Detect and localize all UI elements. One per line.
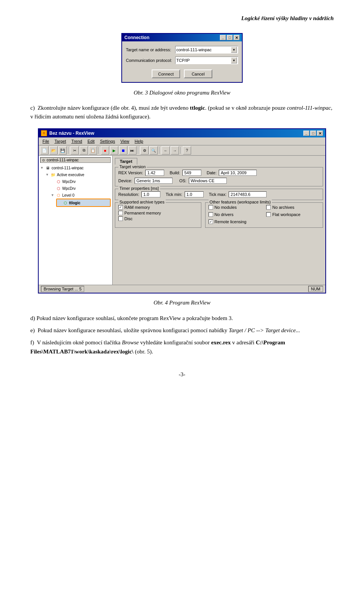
protocol-combo-arrow[interactable]: ▼ [231, 57, 237, 63]
target-combobox[interactable]: control-111-winpac ▼ [175, 46, 238, 54]
menu-trend[interactable]: Trend [69, 138, 84, 144]
status-left: Browsing Target ... 5 [41, 286, 84, 292]
flat-workspace-checkbox[interactable] [266, 212, 271, 217]
protocol-field-row: Communication protocol: TCP/IP ▼ [126, 57, 238, 64]
target-combo-arrow[interactable]: ▼ [231, 47, 237, 53]
permanent-memory-item: Permanent memory [118, 211, 198, 215]
expand-active: ▼ [46, 173, 50, 177]
tick-min-label: Tick min: [166, 192, 182, 197]
maximize-button[interactable]: □ [227, 35, 233, 40]
tree-node-wpcdrv2[interactable]: ⬡ WpcDrv [51, 185, 111, 192]
wpcdrv1-label: WpcDrv [62, 180, 76, 184]
para-e-label: e) Pokud název konfigurace nesouhlasí, u… [30, 327, 300, 333]
ram-memory-item: ✓ RAM memory [118, 205, 198, 210]
no-archives-checkbox[interactable] [266, 205, 271, 210]
protocol-value: TCP/IP [176, 58, 190, 63]
date-label: Date: [207, 170, 217, 175]
level0-icon: ⬡ [55, 192, 61, 198]
rexview-minimize-button[interactable]: _ [303, 131, 309, 136]
device-row: Device: Generic 1ms OS: Windows CE [118, 178, 320, 184]
timer-group-title: Timer properties [ms] [118, 186, 160, 191]
toolbar-btn6[interactable]: ▶ [110, 146, 118, 155]
para-c-text: c) Zkontrolujte název konfigurace (dle o… [30, 105, 333, 120]
status-text: Browsing Target ... 5 [41, 286, 84, 292]
target-field-row: Target name or address: control-111-winp… [126, 46, 238, 54]
toolbar-btn9[interactable]: ⚙ [140, 146, 149, 155]
no-drivers-label: No drivers [215, 212, 234, 217]
other-features-grid: No modules No archives No drivers [209, 205, 320, 225]
menu-edit[interactable]: Edit [85, 138, 97, 144]
connection-dialog-titlebar: Connection _ □ ✕ [122, 34, 242, 41]
tree-address-bar: ⊙ control-111-winpac [40, 157, 111, 163]
date-value: April 10, 2009 [219, 170, 257, 176]
toolbar-paste[interactable]: 📋 [89, 146, 97, 155]
tick-min-value: 1.0 [185, 191, 204, 197]
para-f-text: f) V následujícím okně pomocí tlačítka B… [30, 339, 285, 355]
menu-view[interactable]: View [118, 138, 132, 144]
rexview-maximize-button[interactable]: □ [310, 131, 316, 136]
tree-node-active[interactable]: ▼ 📁 Active executive [46, 171, 111, 178]
connect-button[interactable]: Connect [152, 69, 180, 78]
rexview-tree-panel: ⊙ control-111-winpac ▼ 🖥 control-111-win… [39, 156, 113, 285]
no-drivers-checkbox[interactable] [209, 212, 213, 217]
remote-licensing-checkbox[interactable]: ✓ [209, 219, 213, 224]
menu-help[interactable]: Help [132, 138, 146, 144]
toolbar-new[interactable]: 📄 [40, 146, 49, 155]
no-modules-checkbox[interactable] [209, 205, 213, 210]
ram-memory-label: RAM memory [124, 205, 150, 210]
rexview-main: ⊙ control-111-winpac ▼ 🖥 control-111-win… [39, 156, 325, 285]
close-button[interactable]: ✕ [234, 35, 240, 40]
toolbar-btn12[interactable]: → [171, 146, 179, 155]
tree-node-ttlogic[interactable]: ⬡ ttlogic [56, 199, 111, 207]
target-version-group: Target version REX Version: 1.42 Build: … [115, 167, 323, 186]
toolbar-btn10[interactable]: 🔍 [149, 146, 158, 155]
toolbar-sep1 [68, 147, 69, 154]
protocol-label: Communication protocol: [126, 58, 175, 63]
other-group-title: Other features (workspace limits) [209, 200, 272, 204]
tree-node-root[interactable]: ▼ 🖥 control-111-winpac [40, 164, 111, 171]
toolbar-btn5[interactable]: ■ [101, 146, 109, 155]
no-archives-item: No archives [266, 205, 320, 210]
tree-node-level0[interactable]: ▼ ⬡ Level 0 [51, 192, 111, 199]
expand-root: ▼ [40, 166, 45, 170]
connection-dialog-title: Connection [124, 35, 149, 40]
toolbar-btn11[interactable]: ← [162, 146, 170, 155]
menu-settings[interactable]: Settings [98, 138, 118, 144]
rexview-wrapper: R Bez názvu - RexView _ □ ✕ File Target … [30, 128, 334, 293]
os-value: Windows CE [189, 178, 227, 184]
toolbar-btn8[interactable]: ⏭ [128, 146, 136, 155]
no-archives-label: No archives [272, 205, 294, 210]
minimize-button[interactable]: _ [220, 35, 226, 40]
permanent-memory-checkbox[interactable] [118, 211, 123, 215]
target-label: Target name or address: [126, 47, 175, 52]
toolbar-sep4 [159, 147, 160, 154]
tree-node-wpcdrv1[interactable]: ⬡ WpcDrv [51, 178, 111, 185]
para-d-text: d) Pokud název konfigurace souhlasí, uko… [30, 315, 233, 321]
no-modules-label: No modules [215, 205, 237, 210]
build-value: 549 [182, 170, 201, 176]
toolbar-save[interactable]: 💾 [58, 146, 67, 155]
menu-file[interactable]: File [40, 138, 52, 144]
disc-checkbox[interactable] [118, 216, 123, 221]
caption2: Obr. 4 Program RexView [30, 300, 334, 306]
protocol-combobox[interactable]: TCP/IP ▼ [175, 57, 238, 64]
device-label: Device: [118, 178, 132, 183]
resolution-value: 1.0 [141, 191, 160, 197]
build-label: Build: [169, 170, 180, 175]
tick-max-label: Tick max: [209, 192, 227, 197]
ram-memory-checkbox[interactable]: ✓ [118, 205, 123, 210]
toolbar-sep5 [180, 147, 181, 154]
para-e: e) Pokud název konfigurace nesouhlasí, u… [30, 326, 334, 335]
toolbar-open[interactable]: 📂 [49, 146, 58, 155]
tab-target[interactable]: Target [115, 158, 137, 165]
menu-target[interactable]: Target [52, 138, 69, 144]
toolbar-btn7[interactable]: ⏹ [119, 146, 127, 155]
cancel-button[interactable]: Cancel [184, 69, 212, 78]
no-drivers-item: No drivers [209, 212, 262, 217]
timer-row: Resolution: 1.0 Tick min: 1.0 Tick max: … [118, 191, 320, 197]
toolbar-cut[interactable]: ✂ [71, 146, 79, 155]
rexview-close-button[interactable]: ✕ [317, 131, 323, 136]
toolbar-help[interactable]: ? [183, 146, 191, 155]
expand-wpcdrv1 [51, 180, 55, 183]
toolbar-copy[interactable]: ⧉ [80, 146, 88, 155]
